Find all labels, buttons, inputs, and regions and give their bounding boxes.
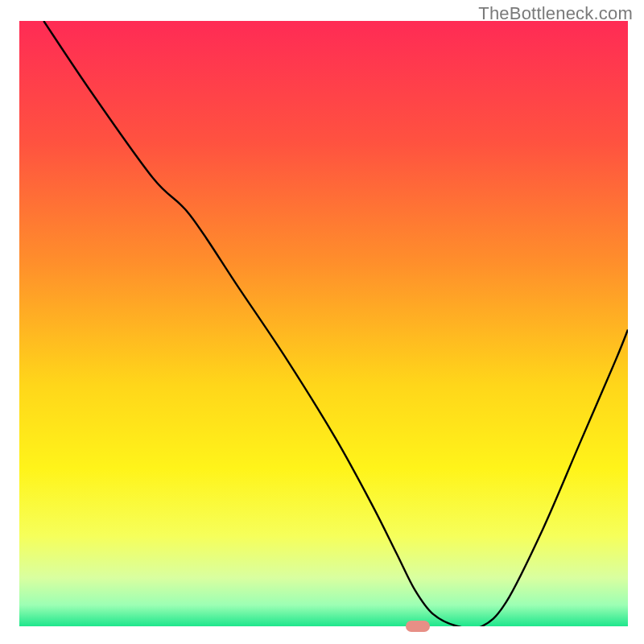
bottleneck-curve (43, 21, 628, 626)
curve-layer (19, 21, 628, 626)
optimum-marker (406, 621, 430, 632)
chart-container: TheBottleneck.com (0, 0, 644, 644)
plot-area (19, 21, 628, 626)
